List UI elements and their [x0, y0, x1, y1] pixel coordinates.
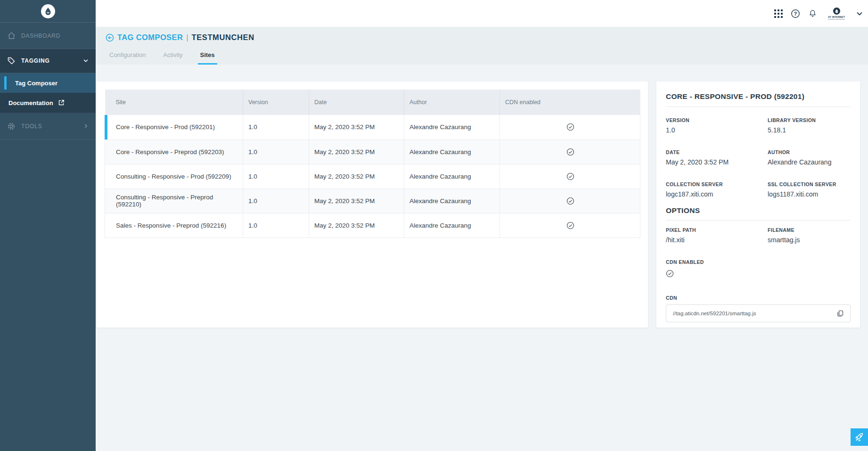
column-header-cdn-enabled: CDN enabled [500, 90, 640, 115]
sidebar-logo[interactable] [0, 0, 96, 23]
account-chevron-down-icon[interactable] [856, 10, 863, 17]
cell-site: Consulting - Responsive - Prod (592209) [105, 164, 243, 189]
tabs: Configuration Activity Sites [109, 49, 215, 65]
main-content: Site Version Date Author CDN enabled Cor… [96, 65, 868, 451]
cell-author: Alexandre Cazaurang [404, 213, 500, 238]
sidebar-item-label: Documentation [8, 99, 58, 107]
field-cdn-enabled: CDN ENABLED [666, 259, 851, 279]
logo-text: AT INTERNET [828, 16, 845, 18]
back-icon[interactable] [106, 33, 114, 42]
sidebar-item-documentation[interactable]: Documentation [0, 93, 96, 113]
sidebar-item-tagging[interactable]: TAGGING [0, 49, 96, 73]
field-filename: FILENAME smarttag.js [768, 227, 851, 244]
sidebar-nav: DASHBOARD TAGGING Tag Composer Documenta… [0, 23, 96, 139]
cell-version: 1.0 [243, 115, 309, 139]
cell-date: May 2, 2020 3:52 PM [309, 164, 404, 189]
field-library-version: LIBRARY VERSION 5.18.1 [768, 117, 851, 134]
field-pixel-path: PIXEL PATH /hit.xiti [666, 227, 768, 244]
table-row[interactable]: Consulting - Responsive - Preprod (59221… [105, 189, 640, 213]
check-circle-icon [566, 172, 574, 180]
sites-table-card: Site Version Date Author CDN enabled Cor… [97, 82, 648, 328]
tab-activity[interactable]: Activity [163, 49, 182, 65]
cell-site: Core - Responsive - Prod (592201) [105, 115, 243, 139]
field-date: DATE May 2, 2020 3:52 PM [666, 149, 768, 166]
apps-grid-icon[interactable] [774, 9, 783, 18]
field-collection-server: COLLECTION SERVER logc187.xiti.com [666, 181, 768, 198]
field-label: VERSION [666, 117, 768, 123]
account-logo[interactable]: AT INTERNET [825, 8, 848, 20]
field-label: COLLECTION SERVER [666, 181, 768, 187]
check-circle-icon [566, 148, 574, 156]
field-value: 1.0 [666, 126, 768, 134]
field-label: SSL COLLECTION SERVER [768, 181, 851, 187]
cell-version: 1.0 [243, 189, 309, 213]
field-label: CDN ENABLED [666, 259, 851, 265]
cell-author: Alexandre Cazaurang [404, 139, 500, 164]
field-value: 5.18.1 [768, 126, 851, 134]
field-label: AUTHOR [768, 149, 851, 155]
tab-configuration[interactable]: Configuration [109, 49, 146, 65]
cell-site: Consulting - Responsive - Preprod (59221… [105, 189, 243, 213]
svg-text:?: ? [794, 10, 797, 16]
options-section-title: OPTIONS [666, 206, 851, 215]
column-header-site: Site [105, 90, 243, 115]
divider [666, 107, 851, 107]
tag-icon [7, 56, 16, 66]
column-header-author: Author [404, 90, 500, 115]
field-label: PIXEL PATH [666, 227, 768, 233]
cell-date: May 2, 2020 3:52 PM [309, 213, 404, 238]
sidebar-item-label: TOOLS [21, 123, 42, 130]
cell-author: Alexandre Cazaurang [404, 189, 500, 213]
topbar: ? AT INTERNET [96, 0, 868, 27]
cell-version: 1.0 [243, 139, 309, 164]
field-label: FILENAME [768, 227, 851, 233]
table-row[interactable]: Core - Responsive - Prod (592201) 1.0 Ma… [105, 115, 640, 139]
sidebar: DASHBOARD TAGGING Tag Composer Documenta… [0, 0, 96, 451]
sidebar-item-label: TAGGING [21, 57, 50, 64]
column-header-version: Version [243, 90, 309, 115]
tab-sites[interactable]: Sites [200, 49, 215, 65]
table-row[interactable]: Sales - Responsive - Preprod (592216) 1.… [105, 213, 640, 238]
rocket-launch-button[interactable] [851, 428, 868, 446]
at-internet-logo-icon [41, 4, 55, 18]
help-icon[interactable]: ? [791, 9, 800, 18]
field-label: LIBRARY VERSION [768, 117, 851, 123]
copy-icon[interactable] [836, 310, 844, 317]
field-cdn: CDN //tag.aticdn.net/592201/smarttag.js [666, 295, 851, 322]
gear-icon [7, 122, 16, 131]
rocket-icon [854, 432, 865, 443]
field-value: Alexandre Cazaurang [768, 158, 851, 166]
table-row[interactable]: Consulting - Responsive - Prod (592209) … [105, 164, 640, 189]
cdn-url-field[interactable]: //tag.aticdn.net/592201/smarttag.js [666, 304, 851, 322]
sidebar-item-tools[interactable]: TOOLS [0, 113, 96, 139]
sidebar-item-dashboard[interactable]: DASHBOARD [0, 23, 96, 49]
cell-site: Sales - Responsive - Preprod (592216) [105, 213, 243, 238]
table-row[interactable]: Core - Responsive - Preprod (592203) 1.0… [105, 139, 640, 164]
field-label: DATE [666, 149, 768, 155]
detail-title: CORE - RESPONSIVE - PROD (592201) [666, 92, 851, 101]
notifications-bell-icon[interactable] [808, 9, 817, 18]
cell-date: May 2, 2020 3:52 PM [309, 139, 404, 164]
page-header: TAG COMPOSER | TESTMUNCHEN Configuration… [96, 27, 868, 65]
site-name: TESTMUNCHEN [192, 33, 254, 42]
field-value: logc187.xiti.com [666, 190, 768, 198]
cell-author: Alexandre Cazaurang [404, 164, 500, 189]
app-title-link[interactable]: TAG COMPOSER [117, 33, 183, 42]
home-icon [7, 31, 16, 41]
logo-tagline [828, 19, 845, 20]
field-value: smarttag.js [768, 236, 851, 244]
cell-version: 1.0 [243, 164, 309, 189]
app-root: DASHBOARD TAGGING Tag Composer Documenta… [0, 0, 868, 451]
column-header-date: Date [309, 90, 404, 115]
cdn-url-value: //tag.aticdn.net/592201/smarttag.js [673, 311, 836, 316]
title-separator: | [186, 33, 188, 42]
at-internet-mini-logo-icon [833, 8, 840, 15]
sidebar-item-tag-composer[interactable]: Tag Composer [0, 73, 96, 93]
field-label: CDN [666, 295, 851, 301]
cell-version: 1.0 [243, 213, 309, 238]
table-header-row: Site Version Date Author CDN enabled [105, 90, 640, 115]
cell-site: Core - Responsive - Preprod (592203) [105, 139, 243, 164]
chevron-down-icon [82, 57, 89, 64]
sites-table: Site Version Date Author CDN enabled Cor… [105, 90, 640, 238]
divider [666, 220, 851, 221]
